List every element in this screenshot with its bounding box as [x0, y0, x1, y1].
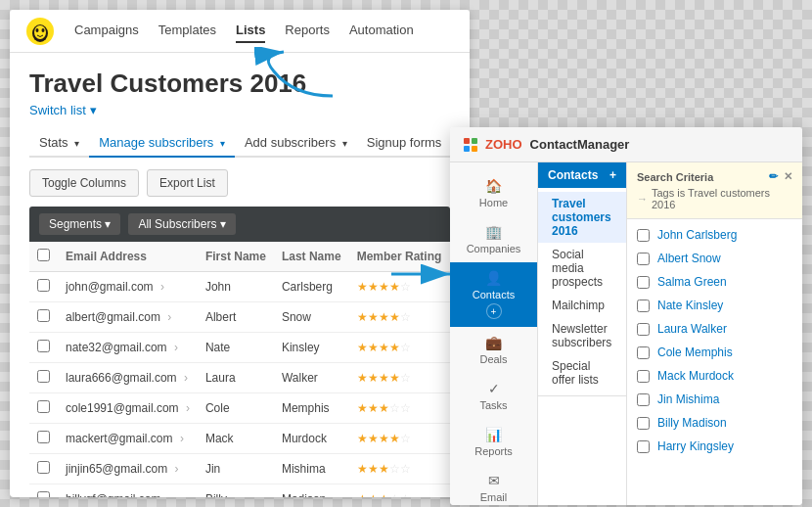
contact-name-0[interactable]: John Carlsberg [657, 228, 737, 242]
contact-name-2[interactable]: Salma Green [657, 275, 727, 289]
home-icon: 🏠 [485, 178, 502, 194]
table-row: mackert@gmail.com › Mack Murdock ★★★★☆ 8… [29, 424, 470, 454]
row-checkbox-4[interactable] [37, 400, 50, 413]
contact-checkbox-8[interactable] [637, 417, 650, 430]
cell-first-4: Cole [198, 393, 274, 424]
switch-list-button[interactable]: Switch list ▾ [29, 103, 97, 117]
nav-lists[interactable]: Lists [236, 19, 265, 43]
crm-contact-9: Harry Kingsley [627, 435, 802, 458]
sub-nav: Stats ▾ Manage subscribers ▾ Add subscri… [29, 129, 450, 158]
cell-rating-6: ★★★☆☆ [349, 454, 450, 484]
crm-sidebar-home[interactable]: 🏠 Home [450, 170, 537, 216]
contact-name-6[interactable]: Mack Murdock [657, 369, 734, 383]
cell-first-3: Laura [198, 363, 274, 393]
cell-rating-1: ★★★★☆ [349, 302, 450, 333]
export-list-button[interactable]: Export List [147, 169, 228, 197]
companies-icon: 🏢 [485, 224, 502, 240]
row-checkbox-1[interactable] [37, 309, 50, 322]
crm-sidebar-email[interactable]: ✉ Email [450, 465, 537, 505]
toolbar: Toggle Columns Export List [29, 169, 450, 197]
tasks-icon: ✓ [488, 381, 500, 396]
table-row: laura666@gmail.com › Laura Walker ★★★★☆ … [29, 363, 470, 393]
row-checkbox-3[interactable] [37, 370, 50, 383]
contact-checkbox-2[interactable] [637, 276, 650, 289]
nav-reports[interactable]: Reports [285, 19, 330, 43]
close-criteria-icon[interactable]: ✕ [784, 170, 792, 183]
crm-list-travel[interactable]: Travel customers 2016 [538, 192, 626, 243]
segments-button[interactable]: Segments ▾ [39, 213, 120, 235]
grid-icon [464, 138, 477, 152]
row-checkbox-6[interactable] [37, 461, 50, 474]
cell-rating-2: ★★★★☆ [349, 333, 450, 363]
cell-last-7: Madison [274, 484, 349, 498]
crm-contact-list: John Carlsberg Albert Snow Salma Green N… [627, 219, 802, 462]
tab-add-subscribers[interactable]: Add subscribers ▾ [235, 129, 357, 156]
contact-checkbox-6[interactable] [637, 370, 650, 383]
contact-checkbox-1[interactable] [637, 253, 650, 265]
cell-email-0: john@gmail.com › [58, 272, 198, 302]
row-checkbox-7[interactable] [37, 491, 50, 497]
cell-rating-4: ★★★☆☆ [349, 393, 450, 424]
contact-name-7[interactable]: Jin Mishima [657, 392, 719, 406]
row-checkbox-5[interactable] [37, 431, 50, 443]
crm-main: Contacts + Travel customers 2016 Social … [538, 162, 626, 505]
email-icon: ✉ [488, 473, 500, 488]
nav-automation[interactable]: Automation [349, 19, 414, 43]
crm-sidebar-deals[interactable]: 💼 Deals [450, 327, 537, 373]
arrow-to-crm [386, 254, 465, 294]
cell-first-2: Nate [198, 333, 274, 363]
tab-manage-subscribers[interactable]: Manage subscribers ▾ [89, 129, 235, 158]
crm-contact-0: John Carlsberg [627, 223, 802, 247]
crm-list-social[interactable]: Social media prospects [538, 243, 626, 294]
edit-criteria-icon[interactable]: ✏ [769, 170, 778, 183]
contact-checkbox-5[interactable] [637, 346, 650, 359]
table-row: billygf@gmail.com › Billy Madison ★★★☆☆ … [29, 484, 470, 498]
crm-contact-7: Jin Mishima [627, 388, 802, 411]
contact-name-5[interactable]: Cole Memphis [657, 346, 733, 359]
contact-name-3[interactable]: Nate Kinsley [657, 299, 723, 312]
crm-contact-2: Salma Green [627, 270, 802, 294]
row-checkbox-2[interactable] [37, 340, 50, 352]
add-contact-icon[interactable]: + [609, 168, 616, 182]
reports-icon: 📊 [485, 427, 502, 442]
svg-point-4 [42, 28, 45, 32]
cell-last-4: Memphis [274, 393, 349, 424]
crm-panel: ZOHO ContactManager 🏠 Home 🏢 Companies 👤… [450, 127, 802, 505]
cell-email-3: laura666@gmail.com › [58, 363, 198, 393]
cell-last-1: Snow [274, 302, 349, 333]
all-subscribers-button[interactable]: All Subscribers ▾ [128, 213, 235, 235]
contact-name-8[interactable]: Billy Madison [657, 416, 727, 430]
row-checkbox-0[interactable] [37, 279, 50, 292]
tab-signup-forms[interactable]: Signup forms [357, 129, 452, 156]
nav-templates[interactable]: Templates [158, 19, 216, 43]
crm-body: 🏠 Home 🏢 Companies 👤 Contacts + 💼 Deals … [450, 162, 802, 505]
contact-name-4[interactable]: Laura Walker [657, 322, 727, 336]
crm-list-special[interactable]: Special offer lists [538, 354, 626, 392]
crm-contacts-header: Contacts + [538, 162, 626, 188]
search-tag: → Tags is Travel customers 2016 [637, 187, 792, 210]
crm-sidebar-reports[interactable]: 📊 Reports [450, 419, 537, 465]
crm-sidebar-tasks[interactable]: ✓ Tasks [450, 373, 537, 419]
crm-list-newsletter[interactable]: Newsletter subscribers [538, 317, 626, 354]
cell-last-0: Carlsberg [274, 272, 349, 302]
contact-checkbox-7[interactable] [637, 393, 650, 406]
contact-name-1[interactable]: Albert Snow [657, 252, 721, 265]
contact-name-9[interactable]: Harry Kingsley [657, 439, 734, 453]
svg-point-3 [36, 28, 39, 32]
cell-rating-3: ★★★★☆ [349, 363, 450, 393]
nav-campaigns[interactable]: Campaigns [74, 19, 139, 43]
contact-checkbox-0[interactable] [637, 229, 650, 242]
cell-first-5: Mack [198, 424, 274, 454]
cell-email-4: cole1991@gmail.com › [58, 393, 198, 424]
crm-list-mailchimp[interactable]: Mailchimp [538, 294, 626, 317]
contact-checkbox-4[interactable] [637, 323, 650, 336]
table-row: albert@gmail.com › Albert Snow ★★★★☆ 8/9… [29, 302, 470, 333]
table-row: jinjin65@gmail.com › Jin Mishima ★★★☆☆ 8… [29, 454, 470, 484]
crm-contact-4: Laura Walker [627, 317, 802, 341]
contact-checkbox-3[interactable] [637, 300, 650, 312]
mailchimp-logo [25, 17, 55, 46]
contact-checkbox-9[interactable] [637, 440, 650, 453]
select-all-checkbox[interactable] [37, 249, 50, 261]
toggle-columns-button[interactable]: Toggle Columns [29, 169, 139, 197]
tab-stats[interactable]: Stats ▾ [29, 129, 89, 156]
